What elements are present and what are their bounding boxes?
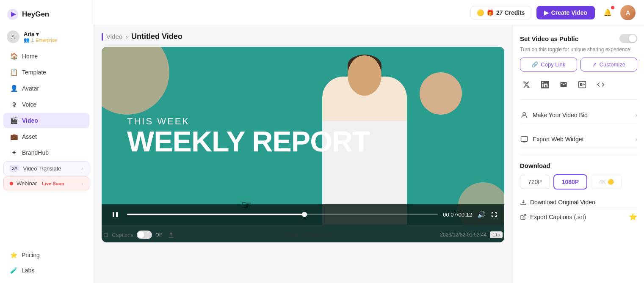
customize-icon: ↗ [592,61,597,68]
video-controls: 00:07/00:12 🔊 [102,204,504,225]
embed-share-button[interactable] [594,78,607,91]
svg-rect-2 [113,212,114,217]
user-avatar-small: A [7,30,19,43]
live-soon-badge: Live Soon [42,181,64,186]
avatar-icon: 👤 [10,85,18,92]
email-share-button[interactable] [557,78,570,91]
template-icon: 📋 [10,69,18,76]
download-title: Download [520,162,637,169]
pause-button[interactable] [108,208,122,221]
page-area: Video › Untitled Video THIS WEEK WEEKLY … [93,25,644,283]
video-translate-badge: 2A [10,165,19,172]
captions-toggle[interactable] [137,231,152,239]
sidebar-item-brandhub[interactable]: ✦ BrandHub [3,145,89,160]
divider-2 [520,155,637,155]
captions-control: ⊟ Captions Off [103,229,177,241]
share-title: Set Video as Public [520,34,637,43]
copy-link-button[interactable]: 🔗 Copy Link [520,58,577,71]
public-toggle[interactable] [619,34,637,43]
sidebar-item-voice[interactable]: 🎙 Voice [3,97,89,112]
sidebar-item-pricing[interactable]: ⭐ Pricing [3,248,89,262]
make-video-bio-item[interactable]: Make Your Video Bio › [520,107,637,124]
logo-area[interactable]: HeyGen [0,5,93,27]
volume-icon: 🔊 [477,211,486,219]
sidebar: HeyGen A Aria ▾ 👥 1 Enterprise 🏠 Home 📋 … [0,0,93,283]
export-captions-premium-icon: ⭐ [629,213,637,221]
script-preview[interactable]: Script Preview (2/2) [285,232,332,238]
voice-icon: 🎙 [10,101,18,108]
video-bio-icon [520,111,528,119]
fullscreen-button[interactable] [491,211,498,218]
download-original-button[interactable]: Download Original Video [520,195,637,209]
chevron-right-icon: › [635,112,637,118]
video-section: Video › Untitled Video THIS WEEK WEEKLY … [93,25,513,283]
video-bottom-bar: ⊟ Captions Off Script Pr [102,225,504,242]
sidebar-item-webinar[interactable]: Webinar Live Soon › [3,176,89,190]
breadcrumb-parent[interactable]: Video [106,33,122,40]
create-video-button[interactable]: ▶ Create Video [536,6,595,19]
sidebar-item-home[interactable]: 🏠 Home [3,49,89,64]
labs-icon: 🧪 [10,267,17,274]
progress-bar[interactable] [127,214,438,215]
breadcrumb-separator: › [126,33,128,40]
user-avatar-header[interactable]: A [620,5,636,20]
quality-1080p-button[interactable]: 1080P [553,174,587,190]
quality-720p-button[interactable]: 720P [520,175,550,189]
lock-icon: 🟡 [608,179,614,185]
sidebar-item-avatar[interactable]: 👤 Avatar [3,81,89,96]
presenter-head [348,55,381,96]
bg-circle-topleft [102,47,169,115]
volume-button[interactable]: 🔊 [477,211,486,219]
video-weekly-report-text: WEEKLY REPORT [127,127,370,156]
export-captions-icon [520,214,527,220]
svg-rect-7 [521,136,528,141]
sidebar-item-video-translate[interactable]: 2A Video Translate › [3,161,89,176]
share-buttons: 🔗 Copy Link ↗ Customize [520,58,637,71]
heygen-logo-icon [7,8,19,20]
twitter-share-button[interactable] [520,78,533,91]
credits-button[interactable]: 🟡 🎁 27 Credits [470,6,531,19]
pricing-icon: ⭐ [10,252,17,258]
breadcrumb-current: Untitled Video [131,32,182,41]
user-section[interactable]: A Aria ▾ 👥 1 Enterprise [0,27,93,48]
chevron-right-icon: › [635,136,637,143]
credits-coin-icon: 🟡 [477,9,484,16]
video-frame[interactable]: THIS WEEK WEEKLY REPORT ☞ [102,47,504,225]
video-text-overlay: THIS WEEK WEEKLY REPORT [127,116,370,156]
linkedin-share-button[interactable] [539,78,551,91]
sidebar-item-template[interactable]: 📋 Template [3,65,89,80]
quality-buttons: 720P 1080P 4K 🟡 [520,174,637,190]
brandhub-icon: ✦ [10,149,18,157]
logo-text: HeyGen [22,10,49,19]
progress-fill [127,214,304,215]
captions-off-label: Off [155,232,161,237]
sidebar-item-labs[interactable]: 🧪 Labs [3,263,89,278]
customize-button[interactable]: ↗ Customize [580,58,638,71]
user-info: Aria ▾ 👥 1 Enterprise [24,31,57,43]
export-captions-button[interactable]: Export Captions (.srt) ⭐ [520,209,637,224]
sidebar-nav: 🏠 Home 📋 Template 👤 Avatar 🎙 Voice 🎬 Vid… [0,48,93,278]
bell-icon: 🔔 [603,8,612,16]
svg-point-6 [523,113,525,115]
svg-rect-3 [116,212,118,217]
breadcrumb: Video › Untitled Video [102,32,504,41]
sidebar-item-asset[interactable]: 💼 Asset [3,129,89,144]
video-icon: 🎬 [10,117,18,124]
chevron-right-icon: › [81,166,83,171]
video-player-container: THIS WEEK WEEKLY REPORT ☞ [102,47,504,242]
export-web-widget-item[interactable]: Export Web Widget › [520,131,637,148]
link-icon: 🔗 [531,61,538,68]
social-icons [520,77,637,93]
upload-captions-button[interactable] [165,229,177,241]
chevron-right-icon: › [81,181,83,186]
gif-share-button[interactable] [576,78,589,91]
web-widget-icon [520,135,528,143]
quality-4k-button[interactable]: 4K 🟡 [591,175,622,189]
time-display: 00:07/00:12 [443,212,472,218]
notification-button[interactable]: 🔔 [600,5,615,20]
svg-rect-4 [169,237,174,238]
public-toggle-knob [629,35,636,42]
sidebar-item-video[interactable]: 🎬 Video [3,113,89,128]
breadcrumb-bar [102,33,103,41]
asset-icon: 💼 [10,133,18,140]
